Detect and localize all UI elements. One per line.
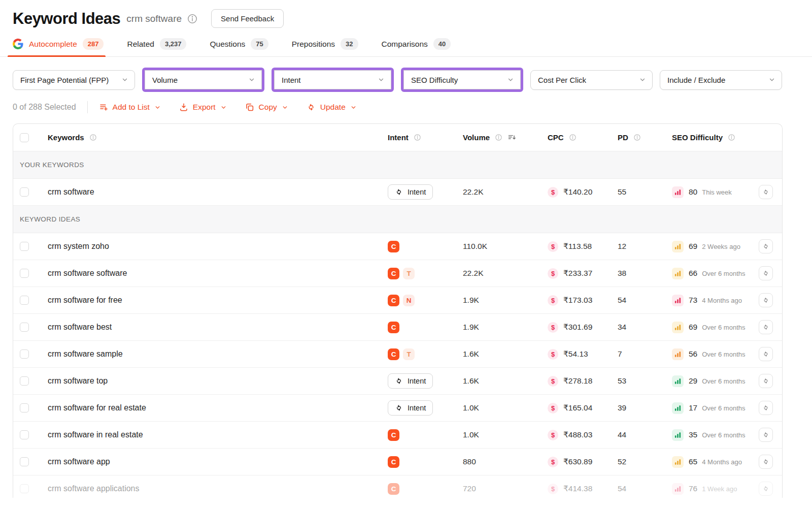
volume-value: 1.0K bbox=[463, 403, 479, 412]
chevron-down-icon bbox=[220, 104, 227, 111]
row-refresh-button[interactable] bbox=[759, 293, 773, 307]
intent-button[interactable]: Intent bbox=[388, 400, 433, 416]
row-checkbox[interactable] bbox=[20, 403, 29, 412]
cpc-value: ₹488.03 bbox=[563, 430, 592, 439]
select-all-checkbox[interactable] bbox=[20, 133, 29, 142]
filter-label: First Page Potential (FPP) bbox=[20, 76, 109, 84]
update-button[interactable]: Update bbox=[307, 103, 357, 112]
refresh-icon bbox=[395, 377, 403, 385]
pd-value: 12 bbox=[618, 242, 626, 251]
column-label: SEO Difficulty bbox=[672, 133, 723, 142]
tab-related[interactable]: Related 3,237 bbox=[127, 31, 186, 56]
cpc-cell: $ ₹173.03 bbox=[548, 295, 618, 306]
filter-cpc-dropdown[interactable]: Cost Per Click bbox=[530, 70, 653, 90]
filter-fpp-dropdown[interactable]: First Page Potential (FPP) bbox=[13, 70, 135, 90]
keyword-text[interactable]: crm software in real estate bbox=[48, 430, 143, 439]
keyword-text[interactable]: crm software applications bbox=[48, 484, 140, 493]
pd-value: 53 bbox=[618, 376, 626, 386]
filter-include-exclude-slot: Include / Exclude bbox=[660, 68, 782, 92]
keyword-row: crm software applications C 720 $ ₹414.3… bbox=[13, 475, 782, 498]
seo-difficulty-updated: This week bbox=[702, 188, 732, 196]
filter-include-exclude-dropdown[interactable]: Include / Exclude bbox=[660, 70, 782, 90]
refresh-icon bbox=[762, 377, 769, 385]
keyword-text[interactable]: crm software sample bbox=[48, 349, 123, 359]
row-refresh-button[interactable] bbox=[759, 401, 773, 415]
filter-volume-slot-highlighted: Volume bbox=[142, 68, 264, 92]
row-checkbox[interactable] bbox=[20, 242, 29, 251]
tab-questions[interactable]: Questions 75 bbox=[210, 31, 268, 56]
filter-seo-difficulty-dropdown[interactable]: SEO Difficulty bbox=[403, 70, 521, 89]
google-icon bbox=[13, 39, 23, 49]
tab-autocomplete[interactable]: Autocomplete 287 bbox=[13, 31, 104, 56]
cpc-cell: $ ₹630.89 bbox=[548, 457, 618, 467]
tab-count-badge: 3,237 bbox=[160, 38, 187, 50]
row-refresh-button[interactable] bbox=[759, 239, 773, 253]
dollar-icon: $ bbox=[548, 430, 558, 440]
export-button[interactable]: Export bbox=[179, 103, 227, 112]
difficulty-chart-icon bbox=[674, 188, 682, 196]
cpc-value: ₹301.69 bbox=[563, 323, 592, 332]
row-refresh-button[interactable] bbox=[759, 455, 773, 469]
row-checkbox[interactable] bbox=[20, 349, 29, 359]
keyword-text[interactable]: crm software top bbox=[48, 376, 108, 386]
refresh-icon bbox=[762, 270, 769, 277]
keyword-text[interactable]: crm software for real estate bbox=[48, 403, 146, 412]
add-to-list-button[interactable]: Add to List bbox=[99, 103, 161, 112]
sort-descending-icon[interactable] bbox=[507, 133, 516, 142]
info-icon[interactable] bbox=[187, 13, 198, 24]
info-icon[interactable] bbox=[728, 134, 735, 141]
cpc-cell: $ ₹140.20 bbox=[548, 187, 618, 198]
filter-cpc-slot: Cost Per Click bbox=[530, 68, 653, 92]
keyword-text[interactable]: crm software bbox=[48, 187, 94, 197]
row-checkbox[interactable] bbox=[20, 187, 29, 197]
keyword-text[interactable]: crm software software bbox=[48, 269, 127, 278]
row-checkbox[interactable] bbox=[20, 457, 29, 466]
row-checkbox[interactable] bbox=[20, 269, 29, 278]
keyword-text[interactable]: crm software app bbox=[48, 457, 110, 466]
row-refresh-button[interactable] bbox=[759, 482, 773, 496]
tab-prepositions[interactable]: Prepositions 32 bbox=[292, 31, 358, 56]
intent-button[interactable]: Intent bbox=[388, 184, 433, 200]
row-refresh-button[interactable] bbox=[759, 266, 773, 280]
row-refresh-button[interactable] bbox=[759, 374, 773, 388]
tab-comparisons[interactable]: Comparisons 40 bbox=[382, 31, 451, 56]
pd-value: 52 bbox=[618, 457, 626, 466]
info-icon[interactable] bbox=[633, 134, 641, 141]
intent-button-label: Intent bbox=[408, 404, 426, 412]
row-checkbox[interactable] bbox=[20, 296, 29, 305]
row-refresh-button[interactable] bbox=[759, 428, 773, 442]
info-icon[interactable] bbox=[89, 134, 97, 141]
send-feedback-button[interactable]: Send Feedback bbox=[211, 9, 284, 28]
pd-value: 7 bbox=[618, 349, 622, 359]
cpc-value: ₹113.58 bbox=[563, 242, 592, 251]
keyword-row: crm system zoho C 110.0K $ ₹113.58 12 69… bbox=[13, 233, 782, 260]
intent-button-label: Intent bbox=[408, 188, 426, 196]
keyword-text[interactable]: crm software best bbox=[48, 323, 112, 332]
intent-cell: C bbox=[388, 429, 463, 441]
column-volume[interactable]: Volume bbox=[463, 133, 548, 142]
intent-cell: C bbox=[388, 456, 463, 468]
intent-button[interactable]: Intent bbox=[388, 373, 433, 389]
filter-volume-dropdown[interactable]: Volume bbox=[145, 70, 262, 89]
info-icon[interactable] bbox=[495, 134, 502, 141]
refresh-icon bbox=[762, 431, 769, 438]
row-refresh-button[interactable] bbox=[759, 347, 773, 361]
intent-badge-c: C bbox=[388, 295, 399, 306]
row-refresh-button[interactable] bbox=[759, 185, 773, 199]
filter-intent-dropdown[interactable]: Intent bbox=[274, 70, 391, 89]
seo-difficulty-cell: 17 Over 6 months bbox=[672, 402, 759, 414]
seo-difficulty-updated: 4 Months ago bbox=[702, 458, 742, 466]
row-checkbox[interactable] bbox=[20, 376, 29, 386]
cpc-value: ₹54.13 bbox=[563, 349, 588, 359]
copy-button[interactable]: Copy bbox=[245, 103, 288, 112]
row-checkbox[interactable] bbox=[20, 323, 29, 332]
refresh-icon bbox=[762, 485, 769, 492]
keyword-text[interactable]: crm software for free bbox=[48, 296, 122, 305]
row-refresh-button[interactable] bbox=[759, 320, 773, 334]
info-icon[interactable] bbox=[569, 134, 577, 141]
pd-value: 38 bbox=[618, 269, 626, 278]
row-checkbox[interactable] bbox=[20, 484, 29, 493]
row-checkbox[interactable] bbox=[20, 430, 29, 439]
info-icon[interactable] bbox=[414, 134, 421, 141]
keyword-text[interactable]: crm system zoho bbox=[48, 242, 109, 251]
